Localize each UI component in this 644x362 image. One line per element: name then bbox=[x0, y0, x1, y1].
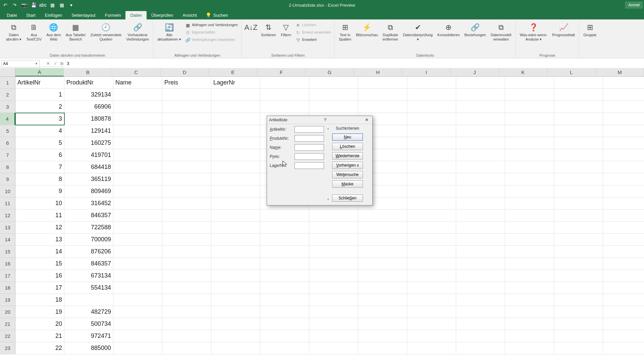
cell[interactable] bbox=[162, 125, 211, 137]
ribbon-small-button[interactable]: ▽Erweitert bbox=[294, 36, 332, 44]
ribbon-button[interactable]: ⧉Daten abrufen ▾ bbox=[4, 21, 23, 42]
cell[interactable] bbox=[603, 246, 644, 258]
cell[interactable]: 129141 bbox=[64, 125, 113, 137]
column-header[interactable]: D bbox=[160, 68, 209, 76]
qat-button-2[interactable]: 📷 bbox=[20, 1, 28, 9]
cell[interactable] bbox=[456, 149, 505, 161]
cell[interactable] bbox=[211, 89, 260, 101]
tab-start[interactable]: Start bbox=[21, 11, 40, 19]
chevron-down-icon[interactable]: ▼ bbox=[35, 62, 38, 65]
cell[interactable] bbox=[358, 282, 407, 294]
column-header[interactable]: A bbox=[15, 68, 64, 76]
cell[interactable] bbox=[456, 342, 505, 354]
cell[interactable]: 972471 bbox=[64, 330, 113, 342]
cell[interactable] bbox=[113, 113, 162, 125]
cell[interactable] bbox=[554, 246, 603, 258]
cell[interactable] bbox=[309, 330, 358, 342]
formula-input[interactable] bbox=[65, 60, 644, 67]
cell[interactable] bbox=[211, 294, 260, 306]
qat-button-5[interactable]: ▦ bbox=[48, 1, 56, 9]
cell[interactable] bbox=[407, 161, 456, 173]
cell[interactable] bbox=[603, 222, 644, 234]
cell[interactable] bbox=[113, 161, 162, 173]
cell[interactable] bbox=[603, 270, 644, 282]
column-header[interactable]: F bbox=[257, 68, 306, 76]
cell[interactable]: 18 bbox=[15, 294, 64, 306]
cell[interactable] bbox=[358, 77, 407, 89]
cell[interactable] bbox=[358, 318, 407, 330]
cell[interactable] bbox=[603, 161, 644, 173]
cell[interactable] bbox=[113, 330, 162, 342]
cell[interactable] bbox=[162, 282, 211, 294]
cell[interactable] bbox=[554, 270, 603, 282]
cell[interactable]: 20 bbox=[15, 318, 64, 330]
cell[interactable] bbox=[407, 222, 456, 234]
cell[interactable] bbox=[456, 294, 505, 306]
cell[interactable] bbox=[603, 234, 644, 246]
fx-icon[interactable]: fx bbox=[59, 61, 65, 66]
column-header[interactable]: M bbox=[596, 68, 644, 76]
ribbon-small-button[interactable]: ▦Abfragen und Verbindungen bbox=[184, 21, 239, 29]
cell[interactable] bbox=[211, 197, 260, 209]
cell[interactable]: 8 bbox=[15, 173, 64, 185]
cell[interactable] bbox=[554, 125, 603, 137]
cell[interactable] bbox=[603, 209, 644, 222]
cell[interactable] bbox=[407, 77, 456, 89]
cell[interactable] bbox=[162, 258, 211, 270]
cell[interactable]: Preis bbox=[162, 77, 211, 89]
cell[interactable] bbox=[456, 282, 505, 294]
cell[interactable]: 2 bbox=[15, 101, 64, 113]
cell[interactable] bbox=[211, 161, 260, 173]
cell[interactable] bbox=[456, 77, 505, 89]
cell[interactable] bbox=[211, 101, 260, 113]
cell[interactable] bbox=[113, 246, 162, 258]
cell[interactable] bbox=[603, 282, 644, 294]
cell[interactable]: 554134 bbox=[64, 282, 113, 294]
cell[interactable] bbox=[113, 222, 162, 234]
ribbon-button[interactable]: ⊞Text in Spalten bbox=[337, 21, 353, 42]
ribbon-button[interactable]: 🔗Beziehungen bbox=[463, 21, 488, 38]
cell[interactable] bbox=[505, 137, 554, 149]
row-header[interactable]: 7 bbox=[0, 149, 15, 161]
cell[interactable] bbox=[162, 222, 211, 234]
row-header[interactable]: 18 bbox=[0, 282, 15, 294]
qat-button-0[interactable]: ↶ bbox=[1, 1, 9, 9]
cell[interactable] bbox=[554, 234, 603, 246]
cell[interactable]: 11 bbox=[15, 209, 64, 222]
cell[interactable] bbox=[113, 342, 162, 354]
field-input[interactable] bbox=[294, 153, 324, 160]
cell[interactable] bbox=[603, 113, 644, 125]
row-header[interactable]: 15 bbox=[0, 246, 15, 258]
cell[interactable] bbox=[260, 209, 309, 222]
cell[interactable] bbox=[113, 125, 162, 137]
cell[interactable] bbox=[505, 330, 554, 342]
row-header[interactable]: 14 bbox=[0, 234, 15, 246]
column-header[interactable]: B bbox=[64, 68, 112, 76]
cell[interactable] bbox=[456, 125, 505, 137]
cell[interactable]: 684418 bbox=[64, 161, 113, 173]
cell[interactable]: 482729 bbox=[64, 306, 113, 318]
tab-seitenlayout[interactable]: Seitenlayout bbox=[67, 11, 100, 19]
cell[interactable] bbox=[358, 89, 407, 101]
cell[interactable]: 365119 bbox=[64, 173, 113, 185]
cell[interactable] bbox=[554, 258, 603, 270]
cell[interactable] bbox=[162, 294, 211, 306]
cell[interactable] bbox=[113, 270, 162, 282]
cell[interactable] bbox=[603, 318, 644, 330]
cell[interactable] bbox=[211, 306, 260, 318]
cell[interactable]: 722588 bbox=[64, 222, 113, 234]
cell[interactable] bbox=[309, 89, 358, 101]
cell[interactable] bbox=[211, 318, 260, 330]
cell[interactable] bbox=[505, 209, 554, 222]
cell[interactable] bbox=[603, 185, 644, 197]
cell[interactable] bbox=[603, 258, 644, 270]
cell[interactable] bbox=[358, 234, 407, 246]
cell[interactable] bbox=[554, 113, 603, 125]
scroll-down-icon[interactable]: ▾ bbox=[327, 198, 329, 201]
cell[interactable] bbox=[358, 342, 407, 354]
tab-datei[interactable]: Datei bbox=[2, 11, 21, 19]
cell[interactable]: 700009 bbox=[64, 234, 113, 246]
cell[interactable] bbox=[456, 209, 505, 222]
row-header[interactable]: 17 bbox=[0, 270, 15, 282]
cell[interactable] bbox=[505, 318, 554, 330]
